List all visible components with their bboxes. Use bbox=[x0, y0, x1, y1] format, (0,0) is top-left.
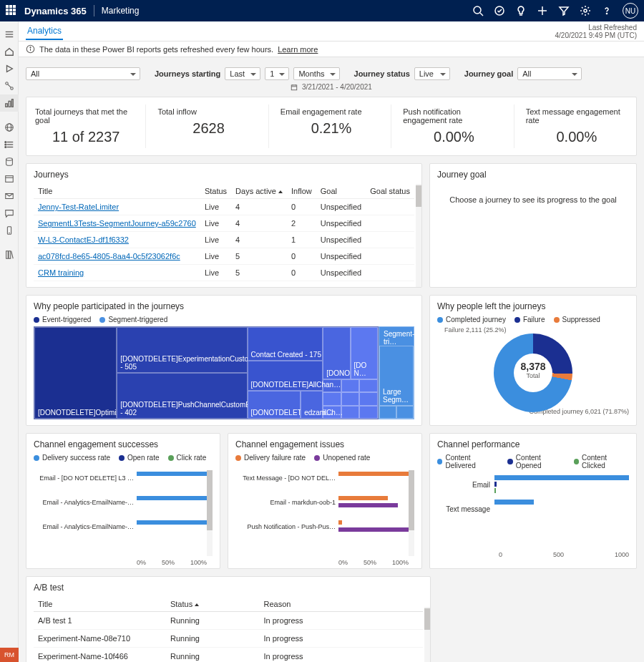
ab-table: Title Status Reason A/B test 1RunningIn … bbox=[34, 597, 423, 662]
eng-issues-scrollbar[interactable] bbox=[409, 470, 414, 556]
table-row[interactable]: SegmentL3Tests-SegmentJourney-a59c2760Li… bbox=[34, 215, 414, 232]
col-inflow[interactable]: Inflow bbox=[287, 184, 316, 199]
journeys-starting-label: Journeys starting bbox=[155, 69, 220, 78]
svg-point-2 bbox=[495, 6, 504, 15]
search-icon[interactable] bbox=[472, 5, 484, 16]
treemap-legend: Event-triggered Segment-triggered bbox=[34, 316, 414, 323]
svg-rect-14 bbox=[9, 101, 11, 107]
journey-icon[interactable] bbox=[0, 77, 19, 94]
table-row[interactable]: A/B test 1RunningIn progress bbox=[34, 612, 423, 630]
table-row[interactable]: W-L3-ContactEJ-df1f6332Live41Unspecified bbox=[34, 232, 414, 248]
perf-legend: Content Delivered Content Opened Content… bbox=[437, 454, 629, 469]
filter-icon[interactable] bbox=[558, 5, 570, 16]
svg-rect-26 bbox=[6, 176, 14, 182]
svg-rect-13 bbox=[6, 104, 8, 107]
col-days[interactable]: Days active bbox=[231, 184, 287, 199]
col-goal-status[interactable]: Goal status bbox=[366, 184, 414, 199]
svg-rect-15 bbox=[12, 99, 14, 107]
product-name: Dynamics 365 bbox=[24, 6, 87, 16]
journeys-card: Journeys Title Status Days active Inflow… bbox=[26, 163, 422, 288]
journey-goal-title: Journey goal bbox=[437, 170, 629, 180]
ab-scrollbar[interactable] bbox=[424, 607, 430, 662]
user-avatar[interactable]: NU bbox=[623, 3, 638, 19]
svg-point-12 bbox=[11, 87, 14, 90]
journey-link[interactable]: ac078fcd-8e65-4805-8aa4-0c5f23062f6c bbox=[38, 252, 180, 261]
treemap-viz[interactable]: Event-triggered [DONOTDELETE]Optimizatio… bbox=[34, 326, 414, 419]
svg-rect-31 bbox=[6, 251, 9, 259]
svg-line-1 bbox=[480, 13, 483, 16]
journey-link[interactable]: SegmentL3Tests-SegmentJourney-a59c2760 bbox=[38, 219, 196, 228]
task-icon[interactable] bbox=[494, 5, 505, 16]
rm-badge[interactable]: RM bbox=[0, 648, 19, 662]
plus-icon[interactable] bbox=[537, 5, 548, 16]
svg-point-25 bbox=[6, 158, 13, 161]
perf-title: Channel performance bbox=[437, 439, 629, 449]
perf-chart[interactable]: Email Text message bbox=[437, 472, 629, 551]
mail-icon[interactable] bbox=[0, 188, 19, 205]
analytics-icon[interactable] bbox=[0, 94, 19, 112]
kpi-inflow: Total inflow 2628 bbox=[149, 104, 268, 148]
svg-rect-37 bbox=[291, 85, 297, 90]
help-icon[interactable] bbox=[601, 5, 613, 16]
table-row[interactable]: CRM trainingLive50Unspecified bbox=[34, 265, 414, 281]
library-icon[interactable] bbox=[0, 246, 19, 263]
eng-success-chart[interactable]: Email - [DO NOT DELETE] L3 …Email - Anal… bbox=[36, 470, 213, 556]
table-row[interactable]: Experiment-Name-08e710RunningIn progress bbox=[34, 630, 423, 648]
globe-icon[interactable] bbox=[0, 119, 19, 136]
table-row[interactable]: Jenny-Test-RateLimiterLive40Unspecified bbox=[34, 199, 414, 215]
list-item: Text Message - [DO NOT DEL… bbox=[238, 470, 409, 486]
tab-analytics[interactable]: Analytics bbox=[26, 23, 63, 40]
donut-failure-label: Failure 2,111 (25.2%) bbox=[444, 326, 629, 334]
folder-icon[interactable] bbox=[0, 170, 19, 188]
journeys-scrollbar[interactable] bbox=[416, 184, 421, 287]
app-launcher-icon[interactable] bbox=[6, 5, 17, 16]
sort-icon bbox=[278, 190, 283, 193]
unit-dropdown[interactable]: Months bbox=[293, 67, 339, 80]
ab-col-reason[interactable]: Reason bbox=[260, 597, 424, 612]
journey-link[interactable]: W-L3-ContactEJ-df1f6332 bbox=[38, 235, 129, 244]
ab-col-title[interactable]: Title bbox=[34, 597, 166, 612]
play-icon[interactable] bbox=[0, 60, 19, 77]
journey-link[interactable]: CRM training bbox=[38, 268, 84, 277]
info-bar: The data in these Power BI reports gets … bbox=[19, 42, 644, 57]
status-dropdown[interactable]: Live bbox=[414, 67, 450, 80]
learn-more-link[interactable]: Learn more bbox=[278, 45, 318, 54]
eng-issues-chart[interactable]: Text Message - [DO NOT DEL… Email - mark… bbox=[238, 470, 414, 556]
database-icon[interactable] bbox=[0, 153, 19, 170]
kpi-push: Push notification engagement rate 0.00% bbox=[394, 104, 514, 148]
treemap-title: Why people participated in the journeys bbox=[34, 301, 414, 311]
ab-col-status[interactable]: Status bbox=[166, 597, 260, 612]
home-icon[interactable] bbox=[0, 43, 19, 60]
donut-title: Why people left the journeys bbox=[437, 301, 629, 311]
journey-goal-message: Choose a journey to see its progress to … bbox=[437, 184, 629, 215]
list-icon[interactable] bbox=[0, 136, 19, 153]
journey-dropdown[interactable]: All bbox=[26, 67, 140, 80]
n-dropdown[interactable]: 1 bbox=[265, 67, 289, 80]
table-row[interactable]: ac078fcd-8e65-4805-8aa4-0c5f23062f6cLive… bbox=[34, 248, 414, 265]
col-status[interactable]: Status bbox=[200, 184, 231, 199]
table-row[interactable]: Experiment-Name-10f466RunningIn progress bbox=[34, 648, 423, 662]
info-icon bbox=[26, 44, 35, 54]
list-item: Push Notification - Push-Pus… bbox=[238, 519, 409, 535]
engagement-issues-card: Channel engagement issues Delivery failu… bbox=[228, 433, 422, 569]
col-title[interactable]: Title bbox=[34, 184, 200, 199]
lightbulb-icon[interactable] bbox=[515, 5, 527, 16]
eng-success-scrollbar[interactable] bbox=[207, 470, 213, 556]
product-area[interactable]: Marketing bbox=[102, 6, 140, 16]
last-dropdown[interactable]: Last bbox=[225, 67, 260, 80]
eng-issues-legend: Delivery failure rate Unopened rate bbox=[235, 454, 414, 462]
col-goal[interactable]: Goal bbox=[316, 184, 366, 199]
treemap-card: Why people participated in the journeys … bbox=[26, 295, 422, 426]
channel-performance-card: Channel performance Content Delivered Co… bbox=[429, 433, 637, 569]
eng-success-legend: Delivery success rate Open rate Click ra… bbox=[34, 454, 213, 462]
phone-icon[interactable] bbox=[0, 222, 19, 239]
chat-icon[interactable] bbox=[0, 205, 19, 222]
svg-point-23 bbox=[5, 144, 6, 145]
journeys-table: Title Status Days active Inflow Goal Goa… bbox=[34, 184, 414, 281]
list-item: Email - markdun-oob-1 bbox=[238, 495, 409, 510]
donut-chart[interactable]: 8,378 Total bbox=[494, 334, 572, 412]
settings-icon[interactable] bbox=[580, 5, 591, 16]
goal-dropdown[interactable]: All bbox=[517, 67, 582, 80]
journey-link[interactable]: Jenny-Test-RateLimiter bbox=[38, 203, 119, 211]
menu-icon[interactable] bbox=[0, 26, 19, 43]
